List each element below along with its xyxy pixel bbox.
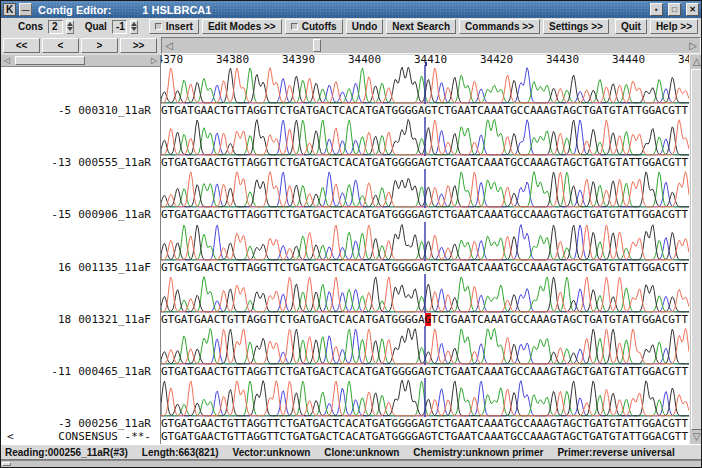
- vertical-scrollbar[interactable]: △ ▽: [689, 55, 702, 444]
- reading-label[interactable]: 18001321_11aF: [51, 313, 151, 326]
- reading-name: 000555_11aR: [78, 156, 151, 169]
- cons-value-field[interactable]: 2: [48, 20, 63, 34]
- horizontal-scrollbar-trough[interactable]: [176, 38, 686, 53]
- window-menu-icon[interactable]: —: [19, 3, 32, 16]
- sequence-row[interactable]: GTGATGAACTGTTAGGTTCTGATGACTCACATGATGGGGA…: [161, 365, 689, 378]
- checkbox-indicator[interactable]: [155, 23, 162, 30]
- status-item: Vector:unknown: [233, 447, 311, 458]
- toolbar-button-insert[interactable]: Insert: [149, 19, 199, 34]
- maximize-button[interactable]: □: [668, 3, 681, 16]
- horizontal-scrollbar-thumb[interactable]: [313, 39, 321, 52]
- trace-chromatogram: [161, 117, 689, 156]
- cons-label: Cons: [18, 21, 43, 32]
- status-item: Length:663(821): [142, 447, 219, 458]
- reading-label[interactable]: -3000256_11aR: [51, 417, 151, 430]
- toolbar-button-cutoffs[interactable]: Cutoffs: [285, 19, 343, 34]
- sequence-row[interactable]: GTGATGAACTGTTAGGTTCTGATGACTCACATGATGGGGA…: [161, 417, 689, 430]
- ruler-label: 34420: [480, 55, 513, 65]
- quit-button[interactable]: Quit: [615, 19, 647, 34]
- scrollbar-down-arrow-icon[interactable]: ▽: [690, 430, 702, 444]
- reading-label[interactable]: -5000310_11aR: [51, 104, 151, 117]
- trace-display-panel[interactable]: 3437034380343903440034410344203443034440…: [161, 55, 689, 444]
- spin-down-icon[interactable]: [131, 27, 137, 31]
- help-button[interactable]: Help >>: [650, 19, 698, 34]
- trace-chromatogram: [161, 169, 689, 208]
- sequence-row[interactable]: GTGATGAACTGTTAGGTTCTGATGACTCACATGATGGGGA…: [161, 208, 689, 221]
- spin-up-icon[interactable]: [67, 22, 73, 26]
- reading-number: -3: [51, 417, 71, 430]
- scrollbar-right-arrow-icon[interactable]: ▷: [148, 56, 160, 65]
- horizontal-scrollbar[interactable]: ◁ ▷: [161, 37, 701, 54]
- names-horizontal-scrollbar[interactable]: ◁ ▷: [1, 55, 160, 67]
- names-scrollbar-thumb[interactable]: [15, 56, 85, 65]
- trace-row: GTGATGAACTGTTAGGTTCTGATGACTCACATGATGGGGA…: [161, 274, 689, 326]
- vertical-scrollbar-trough[interactable]: [691, 69, 702, 430]
- status-item: Chemistry:unknown primer: [413, 447, 543, 458]
- spin-down-icon[interactable]: [67, 27, 73, 31]
- checkbox-indicator[interactable]: [291, 23, 298, 30]
- trace-chromatogram: [161, 65, 689, 104]
- toolbar-button-label: Next Search: [392, 21, 450, 32]
- editor-main-area: ◁ ▷ < CONSENSUS -**- -5000310_11aR-13000…: [1, 55, 701, 444]
- reading-number: -5: [51, 104, 71, 117]
- navigation-row: << < > >> ◁ ▷: [1, 35, 701, 55]
- toolbar-button-label: Insert: [166, 21, 193, 32]
- bottom-scrollbar-thumb[interactable]: [2, 462, 11, 466]
- scroll-left-button[interactable]: <: [42, 38, 79, 53]
- toolbar-button-settings[interactable]: Settings >>: [543, 19, 609, 34]
- close-button[interactable]: ✕: [686, 3, 699, 16]
- toolbar-button-label: Settings >>: [549, 21, 603, 32]
- reading-number: -15: [51, 208, 71, 221]
- contig-left-marker: <: [7, 430, 14, 443]
- qual-spinner[interactable]: [130, 20, 138, 34]
- toolbar-button-label: Commands >>: [465, 21, 534, 32]
- scrollbar-right-arrow-icon[interactable]: ▷: [686, 40, 700, 51]
- consensus-label: CONSENSUS -**-: [58, 430, 151, 443]
- cons-spinner[interactable]: [66, 20, 74, 34]
- reading-number: -11: [51, 365, 71, 378]
- sequence-row[interactable]: GTGATGAACTGTTAGGTTCTGATGACTCACATGATGGGGA…: [161, 313, 689, 326]
- consensus-label-row: < CONSENSUS -**-: [1, 430, 151, 443]
- reading-label[interactable]: -13000555_11aR: [51, 156, 151, 169]
- ruler-label: 34430: [546, 55, 579, 65]
- title-bar[interactable]: K — Contig Editor: 1 HSLBRCA1 ▪ □ ✕: [1, 1, 701, 18]
- toolbar-button-commands[interactable]: Commands >>: [459, 19, 540, 34]
- scroll-far-right-button[interactable]: >>: [120, 38, 157, 53]
- minimize-button[interactable]: ▪: [650, 3, 663, 16]
- reading-label[interactable]: -11000465_11aR: [51, 365, 151, 378]
- qual-value-field[interactable]: -1: [112, 20, 127, 34]
- status-bar: Reading:000256_11aR(#3)Length:663(821)Ve…: [1, 444, 701, 460]
- scrollbar-up-arrow-icon[interactable]: △: [690, 55, 702, 69]
- vertical-scrollbar-thumb[interactable]: [691, 69, 702, 430]
- reading-label[interactable]: 16001135_11aF: [51, 261, 151, 274]
- sequence-row[interactable]: GTGATGAACTGTTAGGTTCTGATGACTCACATGATGGGGA…: [161, 156, 689, 169]
- ruler-label: 34390: [282, 55, 315, 65]
- sequence-row[interactable]: GTGATGAACTGTTAGGTTCTGATGACTCACATGATGGGGA…: [161, 104, 689, 117]
- scroll-far-left-button[interactable]: <<: [3, 38, 40, 53]
- window-title: Contig Editor:: [38, 4, 111, 16]
- status-item: Clone:unknown: [324, 447, 399, 458]
- ruler-label: 34400: [348, 55, 381, 65]
- ruler-label: 34410: [414, 55, 447, 65]
- toolbar-button-edit-modes[interactable]: Edit Modes >>: [202, 19, 282, 34]
- reading-name: 000310_11aR: [78, 104, 151, 117]
- trace-row: GTGATGAACTGTTAGGTTCTGATGACTCACATGATGGGGA…: [161, 169, 689, 221]
- scrollbar-left-arrow-icon[interactable]: ◁: [162, 40, 176, 51]
- ruler-label: 34380: [216, 55, 249, 65]
- reading-label[interactable]: -15000906_11aR: [51, 208, 151, 221]
- scroll-right-button[interactable]: >: [81, 38, 118, 53]
- names-scrollbar-trough[interactable]: [13, 55, 148, 66]
- trace-chromatogram: [161, 222, 689, 261]
- reading-number: 18: [51, 313, 71, 326]
- toolbar-button-label: Edit Modes >>: [208, 21, 276, 32]
- toolbar-button-undo[interactable]: Undo: [346, 19, 384, 34]
- trace-row: GTGATGAACTGTTAGGTTCTGATGACTCACATGATGGGGA…: [161, 326, 689, 378]
- spin-up-icon[interactable]: [131, 22, 137, 26]
- scrollbar-left-arrow-icon[interactable]: ◁: [1, 56, 13, 65]
- toolbar-button-next-search[interactable]: Next Search: [386, 19, 456, 34]
- reading-name: 000256_11aR: [78, 417, 151, 430]
- trace-row: GTGATGAACTGTTAGGTTCTGATGACTCACATGATGGGGA…: [161, 222, 689, 274]
- consensus-sequence-row[interactable]: GTGATGAACTGTTAGGTTCTGATGACTCACATGATGGGGA…: [161, 430, 689, 443]
- bottom-scrollbar[interactable]: [1, 460, 701, 467]
- sequence-row[interactable]: GTGATGAACTGTTAGGTTCTGATGACTCACATGATGGGGA…: [161, 261, 689, 274]
